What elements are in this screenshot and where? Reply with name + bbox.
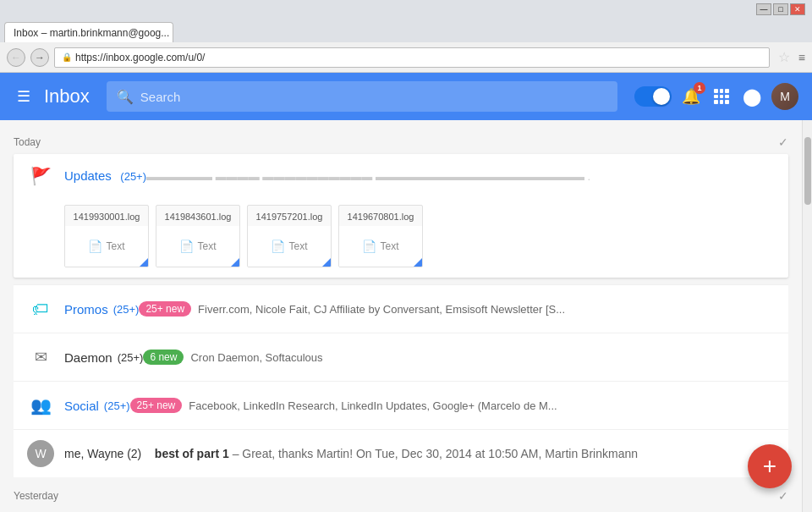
doc-icon-4: 📄 <box>362 239 376 253</box>
toggle-button[interactable] <box>634 86 672 107</box>
attachment-4[interactable]: 1419670801.log 📄 Text <box>338 205 423 267</box>
wayne-avatar: W <box>27 440 54 467</box>
scrollbar[interactable] <box>802 120 812 512</box>
promos-preview: Fiverr.com, Nicole Fait, CJ Affiliate by… <box>198 303 565 316</box>
compose-fab[interactable]: + <box>748 444 792 488</box>
daemon-content: 6 new Cron Daemon, Softaculous <box>143 350 775 365</box>
main-content: Today ✓ 🚩 Updates (25+) ▬▬▬▬▬ <box>0 120 812 512</box>
daemon-badge: 6 new <box>143 350 184 365</box>
daemon-count: (25+) <box>118 351 144 364</box>
url-text: https://inbox.google.com/u/0/ <box>75 52 205 63</box>
grid-menu-button[interactable] <box>710 85 732 107</box>
browser-toolbar: ← → 🔒 https://inbox.google.com/u/0/ ☆ ≡ <box>0 42 812 73</box>
scrollbar-thumb[interactable] <box>804 137 811 205</box>
address-bar[interactable]: 🔒 https://inbox.google.com/u/0/ <box>54 47 770 68</box>
attachment-3-name: 1419757201.log <box>248 206 331 226</box>
forward-button[interactable]: → <box>30 48 49 67</box>
maximize-button[interactable]: □ <box>773 3 788 15</box>
avatar[interactable]: M <box>771 83 798 110</box>
promos-row[interactable]: 🏷 Promos (25+) 25+ new Fiverr.com, Nicol… <box>14 284 788 333</box>
social-content: 25+ new Facebook, LinkedIn Research, Lin… <box>130 398 775 413</box>
yesterday-label: Yesterday <box>14 490 58 502</box>
wayne-subject: best of part 1 <box>155 447 229 460</box>
hamburger-button[interactable]: ☰ <box>14 84 34 109</box>
wayne-avatar-letter: W <box>27 440 54 467</box>
social-title: Social <box>64 399 99 413</box>
attachment-2-type: Text <box>197 240 216 252</box>
window-controls: — □ ✕ <box>756 3 805 15</box>
circle-button[interactable]: ⬤ <box>739 83 765 110</box>
browser-frame: — □ ✕ Inbox – martin.brinkmann@goog... ←… <box>0 0 812 512</box>
people-icon: 👥 <box>27 392 54 419</box>
wayne-sender: me, Wayne (2) best of part 1 – Great, th… <box>64 447 638 460</box>
tag-icon: 🏷 <box>27 295 54 322</box>
attachment-corner-2 <box>231 258 239 267</box>
wayne-preview: – Great, thanks Martin! On Tue, Dec 30, … <box>233 447 638 460</box>
attachment-2-preview: 📄 Text <box>156 226 239 267</box>
today-check-icon[interactable]: ✓ <box>778 135 788 149</box>
promos-content: 25+ new Fiverr.com, Nicole Fait, CJ Affi… <box>139 301 775 317</box>
attachment-1-preview: 📄 Text <box>65 226 148 267</box>
attachment-1-type: Text <box>106 240 124 252</box>
lock-icon: 🔒 <box>62 52 72 62</box>
today-label: Today <box>14 136 41 148</box>
social-badge: 25+ new <box>130 398 183 413</box>
attachment-corner-1 <box>140 258 148 267</box>
back-button[interactable]: ← <box>7 48 25 67</box>
daemon-title: Daemon <box>64 350 112 365</box>
updates-count: (25+) <box>120 170 146 183</box>
grid-icon <box>714 89 729 104</box>
app-title: Inbox <box>44 85 90 107</box>
attachment-4-type: Text <box>380 240 398 252</box>
browser-menu-icon[interactable]: ≡ <box>798 51 805 64</box>
nav-icons: 🔔 1 ⬤ M <box>634 83 798 110</box>
daemon-preview: Cron Daemon, Softaculous <box>190 351 322 364</box>
notification-button[interactable]: 🔔 1 <box>678 84 704 109</box>
bookmark-icon[interactable]: ☆ <box>778 49 790 65</box>
updates-preview-text: ▬▬▬▬▬▬ ▬▬▬▬ ▬▬▬▬▬▬▬▬▬▬ ▬▬▬▬▬▬▬▬▬▬▬▬▬▬▬▬▬… <box>146 170 590 183</box>
close-button[interactable]: ✕ <box>790 3 805 15</box>
search-placeholder: Search <box>140 90 181 104</box>
daemon-row[interactable]: ✉ Daemon (25+) 6 new Cron Daemon, Softac… <box>14 333 788 381</box>
avatar-image: M <box>771 83 798 110</box>
browser-tabs: Inbox – martin.brinkmann@goog... <box>0 19 812 42</box>
top-nav: ☰ Inbox 🔍 Search 🔔 1 <box>0 73 812 120</box>
attachment-corner-4 <box>414 258 422 267</box>
attachment-4-name: 1419670801.log <box>339 206 422 226</box>
active-tab[interactable]: Inbox – martin.brinkmann@goog... <box>4 22 173 42</box>
minimize-button[interactable]: — <box>756 3 771 15</box>
attachment-3-preview: 📄 Text <box>248 226 331 267</box>
search-icon: 🔍 <box>117 89 134 105</box>
attachment-3-type: Text <box>288 240 307 252</box>
attachment-4-preview: 📄 Text <box>339 226 422 267</box>
social-preview: Facebook, LinkedIn Research, LinkedIn Up… <box>189 399 557 412</box>
today-section-label: Today ✓ <box>14 130 788 154</box>
flag-icon: 🚩 <box>27 162 54 190</box>
yesterday-section-label: Yesterday ✓ <box>14 484 788 508</box>
wayne-row[interactable]: W me, Wayne (2) best of part 1 – Great, … <box>14 429 788 477</box>
yesterday-check-icon[interactable]: ✓ <box>778 489 788 503</box>
attachment-3[interactable]: 1419757201.log 📄 Text <box>247 205 332 267</box>
promos-count: (25+) <box>113 303 140 316</box>
search-bar[interactable]: 🔍 Search <box>107 81 617 112</box>
attachment-2[interactable]: 1419843601.log 📄 Text <box>156 205 240 267</box>
updates-bundle-header[interactable]: 🚩 Updates (25+) ▬▬▬▬▬▬ ▬▬▬▬ ▬▬▬▬▬▬▬▬▬▬ ▬… <box>14 154 788 198</box>
social-count: (25+) <box>104 399 130 412</box>
updates-title-group: Updates (25+) <box>64 168 146 184</box>
title-bar: — □ ✕ <box>0 0 812 19</box>
attachments-row: 1419930001.log 📄 Text 1419843601.log 📄 <box>14 198 788 278</box>
envelope-icon: ✉ <box>27 344 54 371</box>
updates-bundle[interactable]: 🚩 Updates (25+) ▬▬▬▬▬▬ ▬▬▬▬ ▬▬▬▬▬▬▬▬▬▬ ▬… <box>14 154 788 278</box>
app-content: ☰ Inbox 🔍 Search 🔔 1 <box>0 73 812 512</box>
toggle-circle <box>653 88 670 105</box>
wayne-sender-text: me, Wayne (2) <box>64 447 141 460</box>
people-symbol: 👥 <box>30 395 52 416</box>
attachment-1[interactable]: 1419930001.log 📄 Text <box>64 205 149 267</box>
social-row[interactable]: 👥 Social (25+) 25+ new Facebook, LinkedI… <box>14 381 788 429</box>
attachment-corner-3 <box>322 258 331 267</box>
doc-icon-2: 📄 <box>179 239 194 253</box>
tag-symbol: 🏷 <box>32 300 49 319</box>
notification-badge: 1 <box>694 82 705 94</box>
envelope-symbol: ✉ <box>35 348 47 366</box>
tab-title: Inbox – martin.brinkmann@goog... <box>14 27 169 39</box>
